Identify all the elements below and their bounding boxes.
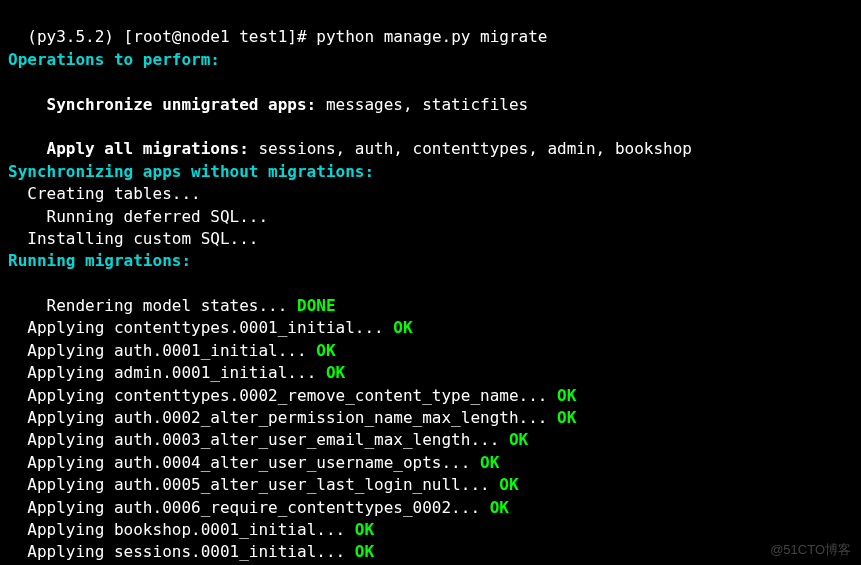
applying-label: Applying xyxy=(27,408,114,427)
apply-all-line: Apply all migrations: sessions, auth, co… xyxy=(8,116,853,161)
ok-status: OK xyxy=(345,520,374,539)
migration-apply-line: Applying auth.0006_require_contenttypes_… xyxy=(8,497,853,519)
operations-header: Operations to perform: xyxy=(8,49,853,71)
migration-name: contenttypes.0002_remove_content_type_na… xyxy=(114,386,547,405)
ok-status: OK xyxy=(345,542,374,561)
migration-apply-line: Applying contenttypes.0001_initial... OK xyxy=(8,317,853,339)
migration-name: bookshop.0001_initial... xyxy=(114,520,345,539)
migration-apply-line: Applying auth.0003_alter_user_email_max_… xyxy=(8,429,853,451)
render-states-label: Rendering model states... xyxy=(47,296,288,315)
migration-name: auth.0003_alter_user_email_max_length... xyxy=(114,430,499,449)
ok-status: OK xyxy=(499,430,528,449)
ok-status: OK xyxy=(490,475,519,494)
ok-status: OK xyxy=(480,498,509,517)
migration-name: auth.0002_alter_permission_name_max_leng… xyxy=(114,408,547,427)
applying-label: Applying xyxy=(27,386,114,405)
done-status: DONE xyxy=(287,296,335,315)
watermark: @51CTO博客 xyxy=(770,541,851,559)
render-states-line: Rendering model states... DONE xyxy=(8,273,853,318)
running-migrations-header: Running migrations: xyxy=(8,250,853,272)
ok-status: OK xyxy=(307,341,336,360)
apply-all-label: Apply all migrations: xyxy=(47,139,249,158)
migration-apply-line: Applying contenttypes.0002_remove_conten… xyxy=(8,385,853,407)
applying-label: Applying xyxy=(27,498,114,517)
applying-label: Applying xyxy=(27,430,114,449)
applying-label: Applying xyxy=(27,475,114,494)
ok-status: OK xyxy=(547,386,576,405)
applying-label: Applying xyxy=(27,318,114,337)
migration-apply-line: Applying auth.0001_initial... OK xyxy=(8,340,853,362)
migration-apply-line: Applying bookshop.0001_initial... OK xyxy=(8,519,853,541)
ok-status: OK xyxy=(384,318,413,337)
command-text: python manage.py migrate xyxy=(316,27,547,46)
ok-status: OK xyxy=(470,453,499,472)
ok-status: OK xyxy=(547,408,576,427)
migrations-list: Applying contenttypes.0001_initial... OK… xyxy=(8,317,853,563)
migration-name: auth.0001_initial... xyxy=(114,341,307,360)
migration-name: auth.0005_alter_user_last_login_null... xyxy=(114,475,490,494)
migration-apply-line: Applying auth.0004_alter_user_username_o… xyxy=(8,452,853,474)
migration-apply-line: Applying auth.0005_alter_user_last_login… xyxy=(8,474,853,496)
migration-name: sessions.0001_initial... xyxy=(114,542,345,561)
migration-apply-line: Applying admin.0001_initial... OK xyxy=(8,362,853,384)
migration-name: auth.0006_require_contenttypes_0002... xyxy=(114,498,480,517)
migration-apply-line: Applying sessions.0001_initial... OK xyxy=(8,541,853,563)
migration-apply-line: Applying auth.0002_alter_permission_name… xyxy=(8,407,853,429)
sync-without-header: Synchronizing apps without migrations: xyxy=(8,161,853,183)
prompt-line-1: (py3.5.2) [root@node1 test1]# python man… xyxy=(8,4,853,49)
applying-label: Applying xyxy=(27,542,114,561)
ok-status: OK xyxy=(316,363,345,382)
sync-apps-value: messages, staticfiles xyxy=(316,95,528,114)
migration-name: auth.0004_alter_user_username_opts... xyxy=(114,453,470,472)
applying-label: Applying xyxy=(27,363,114,382)
applying-label: Applying xyxy=(27,453,114,472)
installing-custom: Installing custom SQL... xyxy=(8,228,853,250)
venv-label: (py3.5.2) xyxy=(27,27,114,46)
applying-label: Applying xyxy=(27,520,114,539)
running-deferred: Running deferred SQL... xyxy=(8,206,853,228)
creating-tables: Creating tables... xyxy=(8,183,853,205)
apply-all-value: sessions, auth, contenttypes, admin, boo… xyxy=(249,139,692,158)
user-host: [root@node1 test1]# xyxy=(124,27,307,46)
migration-name: contenttypes.0001_initial... xyxy=(114,318,384,337)
applying-label: Applying xyxy=(27,341,114,360)
migration-name: admin.0001_initial... xyxy=(114,363,316,382)
sync-apps-label: Synchronize unmigrated apps: xyxy=(47,95,317,114)
sync-unmigrated-line: Synchronize unmigrated apps: messages, s… xyxy=(8,71,853,116)
